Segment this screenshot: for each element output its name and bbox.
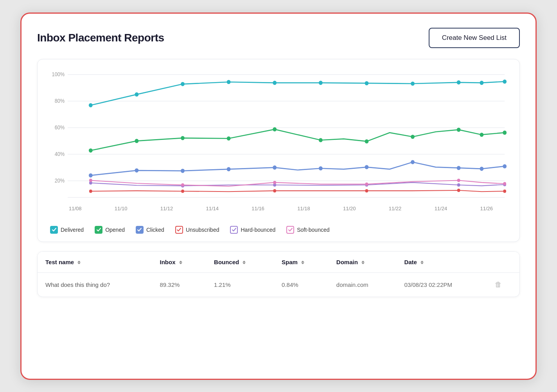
legend-soft-bounced-label: Soft-bounced <box>297 227 329 233</box>
svg-point-23 <box>135 139 139 143</box>
svg-point-18 <box>411 81 415 86</box>
svg-point-34 <box>135 168 139 172</box>
table-card: Test name Inbox Bounced Spam <box>37 251 520 297</box>
col-header-domain[interactable]: Domain <box>329 252 397 273</box>
svg-point-60 <box>457 179 460 182</box>
col-header-bounced[interactable]: Bounced <box>206 252 274 273</box>
delivered-check-icon <box>50 226 58 234</box>
page-header: Inbox Placement Reports Create New Seed … <box>37 28 520 48</box>
svg-point-13 <box>181 82 185 86</box>
chart-legend: Delivered Opened Clicked Unsubscribed <box>49 226 508 234</box>
col-header-inbox[interactable]: Inbox <box>152 252 206 273</box>
svg-point-58 <box>273 181 276 184</box>
svg-text:80%: 80% <box>55 98 65 104</box>
cell-date: 03/08/23 02:22PM <box>396 272 487 297</box>
svg-point-15 <box>273 81 277 85</box>
col-header-actions <box>487 252 519 273</box>
x-label-1122: 11/22 <box>389 206 402 211</box>
svg-point-16 <box>319 81 323 85</box>
soft-bounced-check-icon <box>286 226 294 234</box>
svg-point-21 <box>503 79 507 84</box>
main-card: Inbox Placement Reports Create New Seed … <box>20 13 537 380</box>
svg-point-47 <box>365 189 368 192</box>
cell-delete[interactable]: 🗑 <box>487 272 519 297</box>
cell-bounced: 1.21% <box>206 272 274 297</box>
svg-point-31 <box>480 132 484 137</box>
col-header-spam[interactable]: Spam <box>274 252 329 273</box>
svg-point-11 <box>89 103 93 107</box>
svg-point-19 <box>457 80 461 84</box>
svg-point-56 <box>89 179 92 182</box>
svg-point-29 <box>411 134 415 139</box>
svg-point-44 <box>89 189 92 193</box>
results-table: Test name Inbox Bounced Spam <box>38 252 519 297</box>
svg-point-25 <box>227 136 231 140</box>
create-seed-list-button[interactable]: Create New Seed List <box>429 28 520 48</box>
svg-point-12 <box>135 92 139 97</box>
x-label-1116: 11/16 <box>252 206 264 211</box>
clicked-check-icon <box>136 226 144 234</box>
legend-hard-bounced[interactable]: Hard-bounced <box>230 226 275 234</box>
legend-unsubscribed[interactable]: Unsubscribed <box>175 226 219 234</box>
legend-opened-label: Opened <box>105 227 125 233</box>
unsubscribed-check-icon <box>175 226 183 234</box>
svg-point-37 <box>273 165 277 170</box>
svg-point-42 <box>480 166 484 171</box>
svg-point-59 <box>365 182 368 186</box>
svg-point-36 <box>227 167 231 171</box>
svg-point-27 <box>319 138 323 142</box>
cell-inbox: 89.32% <box>152 272 206 297</box>
legend-unsubscribed-label: Unsubscribed <box>186 227 219 233</box>
cell-spam: 0.84% <box>274 272 329 297</box>
col-header-date[interactable]: Date <box>396 252 487 273</box>
svg-text:60%: 60% <box>55 124 65 131</box>
svg-point-33 <box>89 173 93 177</box>
cell-test-name: What does this thing do? <box>38 272 152 297</box>
svg-point-30 <box>457 127 461 132</box>
table-row: What does this thing do? 89.32% 1.21% 0.… <box>38 272 519 297</box>
x-label-1112: 11/12 <box>160 206 173 211</box>
svg-point-46 <box>273 189 276 192</box>
line-chart: 100% 80% 60% 40% 20% <box>49 70 508 203</box>
svg-point-48 <box>457 188 460 192</box>
sort-icon-inbox <box>179 261 182 264</box>
svg-point-28 <box>365 139 369 143</box>
page-title: Inbox Placement Reports <box>37 32 164 44</box>
legend-clicked[interactable]: Clicked <box>136 226 164 234</box>
legend-soft-bounced[interactable]: Soft-bounced <box>286 226 329 234</box>
hard-bounced-check-icon <box>230 226 238 234</box>
svg-text:100%: 100% <box>52 71 65 77</box>
svg-point-41 <box>457 166 461 170</box>
svg-point-35 <box>181 168 185 173</box>
sort-icon-date <box>420 261 424 264</box>
svg-text:40%: 40% <box>55 151 65 157</box>
chart-card: 100% 80% 60% 40% 20% <box>37 59 520 242</box>
svg-point-57 <box>181 183 184 187</box>
x-label-1124: 11/24 <box>435 206 447 211</box>
svg-point-17 <box>365 81 369 85</box>
svg-point-40 <box>411 160 415 164</box>
x-label-1120: 11/20 <box>343 206 356 211</box>
svg-point-45 <box>181 189 184 193</box>
sort-icon-domain <box>361 261 365 264</box>
svg-text:20%: 20% <box>55 177 65 184</box>
chart-area: 100% 80% 60% 40% 20% <box>49 70 508 219</box>
svg-point-24 <box>181 136 185 140</box>
svg-point-43 <box>503 164 507 168</box>
x-label-1110: 11/10 <box>115 206 128 211</box>
svg-point-61 <box>503 182 506 185</box>
legend-delivered[interactable]: Delivered <box>50 226 84 234</box>
legend-clicked-label: Clicked <box>146 227 164 233</box>
delete-icon[interactable]: 🗑 <box>495 281 502 288</box>
legend-opened[interactable]: Opened <box>95 226 125 234</box>
col-header-test-name[interactable]: Test name <box>38 252 152 273</box>
svg-point-26 <box>273 127 277 131</box>
sort-icon-spam <box>301 261 304 264</box>
svg-point-32 <box>503 131 507 135</box>
svg-point-14 <box>227 80 231 84</box>
cell-domain: domain.com <box>329 272 397 297</box>
table-header-row: Test name Inbox Bounced Spam <box>38 252 519 273</box>
svg-point-54 <box>457 183 460 187</box>
sort-icon-test-name <box>77 261 81 264</box>
x-label-1108: 11/08 <box>69 206 82 211</box>
